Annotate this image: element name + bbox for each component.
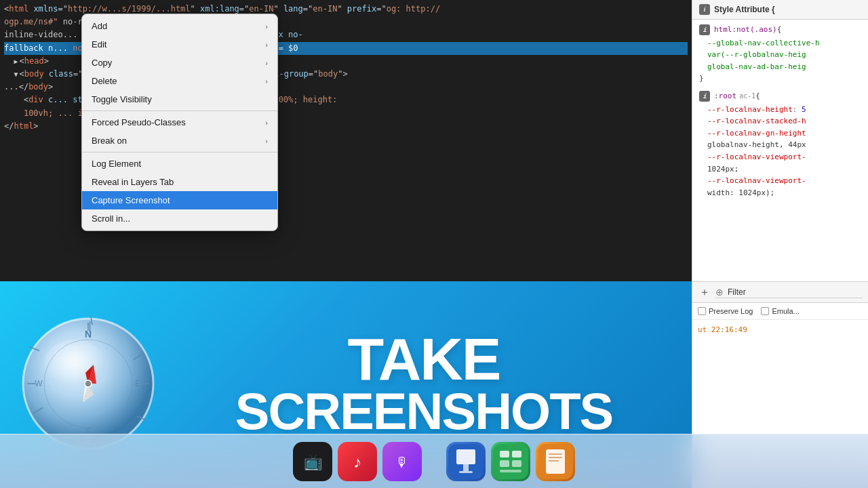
submenu-chevron-pseudo: › (265, 119, 268, 127)
dock-icon-keynote[interactable] (446, 442, 486, 481)
menu-item-break-label: Break on (92, 136, 127, 146)
svg-rect-36 (512, 451, 521, 458)
submenu-chevron-add: › (265, 22, 268, 30)
dock-icon-podcasts[interactable]: 🎙 (382, 442, 422, 481)
menu-item-log[interactable]: Log Element (82, 155, 277, 173)
menu-item-reveal[interactable]: Reveal in Layers Tab (82, 173, 277, 191)
add-console-btn[interactable]: ＋ (698, 285, 711, 299)
promo-screenshots-label: SCREENSHOTS (235, 386, 613, 437)
style-panel-content: i html:not(.aos) { --global-nav-collecti… (692, 20, 868, 277)
menu-item-delete[interactable]: Delete › (82, 72, 277, 90)
style-icon-2: i (699, 91, 710, 102)
svg-text:N: N (85, 329, 92, 340)
menu-item-add-label: Add (92, 21, 107, 31)
dock-icon-numbers[interactable] (491, 442, 530, 481)
console-toolbar: ＋ ⊕ Filter (692, 282, 868, 303)
style-panel-brace: { (770, 5, 775, 14)
svg-rect-31 (456, 449, 475, 464)
filter-bar: ⊕ Filter (715, 287, 863, 298)
svg-text:E: E (135, 379, 140, 388)
emulate-label: Emula... (772, 307, 799, 315)
timestamp-text: ut 22:16:49 (698, 325, 747, 334)
svg-point-1 (44, 340, 105, 387)
svg-rect-32 (463, 464, 469, 471)
menu-item-scroll-label: Scroll in... (92, 214, 130, 224)
menu-item-edit[interactable]: Edit › (82, 35, 277, 54)
dock-icon-pages[interactable] (536, 442, 575, 481)
submenu-chevron-copy: › (265, 59, 268, 67)
style-rule-icon: i (699, 4, 710, 15)
promo-take-label: TAKE (347, 332, 500, 386)
menu-item-break[interactable]: Break on › (82, 131, 277, 150)
filter-label: Filter (728, 287, 746, 297)
svg-text:W: W (35, 379, 43, 388)
emulate-checkbox-wrap[interactable]: Emula... (761, 307, 799, 315)
style-rule-1: i html:not(.aos) { --global-nav-collecti… (699, 24, 861, 85)
style-selector-2: :root (714, 90, 736, 102)
submenu-chevron-break: › (265, 137, 268, 145)
svg-rect-34 (493, 444, 528, 479)
svg-rect-39 (500, 470, 521, 472)
svg-rect-35 (500, 451, 509, 458)
menu-item-reveal-label: Reveal in Layers Tab (92, 177, 174, 187)
dock-icon-music[interactable]: ♪ (338, 442, 377, 481)
style-attribute-panel: i Style Attribute { i html:not(.aos) { -… (692, 0, 868, 281)
menu-item-toggle-label: Toggle Visibility (92, 94, 152, 104)
menu-item-capture-label: Capture Screenshot (92, 195, 170, 205)
svg-rect-43 (549, 457, 562, 458)
menu-item-pseudo[interactable]: Forced Pseudo-Classes › (82, 113, 277, 131)
menu-item-add[interactable]: Add › (82, 17, 277, 35)
menu-item-edit-label: Edit (92, 39, 106, 49)
menu-item-copy-label: Copy (92, 58, 112, 68)
style-panel-title: Style Attribute (714, 5, 770, 14)
menu-item-copy[interactable]: Copy › (82, 54, 277, 72)
filter-icon: ⊕ (715, 287, 724, 298)
preserve-log-checkbox-wrap[interactable]: Preserve Log (698, 307, 753, 315)
menu-item-scroll[interactable]: Scroll in... (82, 209, 277, 228)
context-menu: Add › Edit › Copy › Delete › Toggle Visi… (81, 14, 278, 231)
svg-rect-33 (459, 471, 473, 473)
svg-rect-44 (549, 460, 559, 462)
preserve-row: Preserve Log Emula... (692, 303, 868, 320)
style-selector-1: html:not(.aos) (714, 24, 777, 36)
style-icon-1: i (699, 24, 710, 35)
menu-item-capture[interactable]: Capture Screenshot (82, 191, 277, 209)
svg-rect-38 (512, 460, 521, 467)
menu-item-toggle[interactable]: Toggle Visibility (82, 90, 277, 108)
menu-item-log-label: Log Element (92, 159, 141, 169)
promo-text-area: TAKE SCREENSHOTS (156, 319, 692, 451)
dock: 📺 ♪ 🎙 (0, 434, 868, 488)
menu-divider-1 (82, 110, 277, 111)
style-props-1: --global-nav-collective-h var(--r-global… (699, 37, 861, 73)
svg-rect-37 (500, 460, 509, 467)
preserve-log-label: Preserve Log (709, 307, 753, 315)
svg-text:♪: ♪ (353, 453, 361, 471)
submenu-chevron-edit: › (265, 41, 268, 49)
style-props-2: --r-localnav-height: 5 --r-localnav-stac… (699, 104, 861, 199)
menu-item-delete-label: Delete (92, 76, 117, 86)
menu-item-pseudo-label: Forced Pseudo-Classes (92, 117, 186, 127)
preserve-log-checkbox[interactable] (698, 307, 706, 315)
svg-text:🎙: 🎙 (395, 455, 409, 470)
dock-icon-appletv[interactable]: 📺 (293, 442, 332, 481)
emulate-checkbox[interactable] (761, 307, 769, 315)
svg-text:📺: 📺 (304, 453, 323, 471)
svg-rect-42 (549, 453, 562, 455)
style-rule-2: i :root ac-1 { --r-localnav-height: 5 --… (699, 90, 861, 199)
submenu-chevron-delete: › (265, 77, 268, 85)
svg-point-19 (85, 380, 92, 387)
safari-logo: N S E W (20, 316, 156, 454)
menu-divider-2 (82, 152, 277, 152)
style-panel-header: i Style Attribute { (692, 0, 868, 20)
